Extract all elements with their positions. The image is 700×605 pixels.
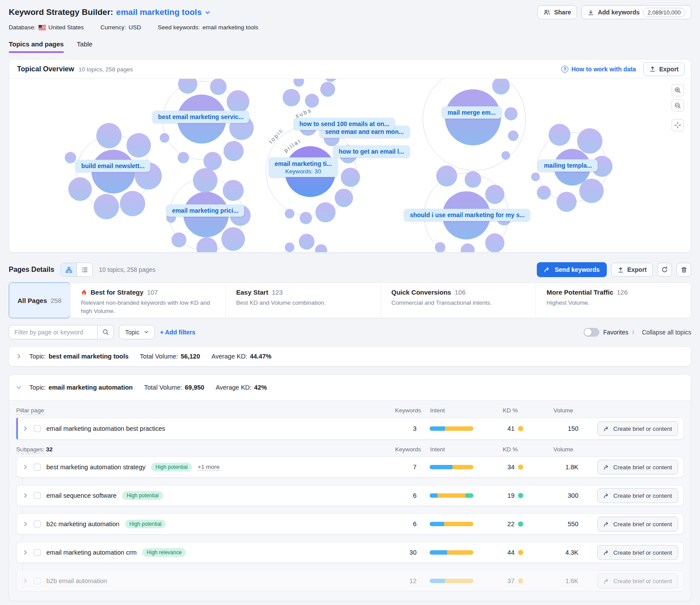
subpage-row[interactable]: best marketing automation strategy High … (16, 457, 684, 478)
tab-table[interactable]: Table (77, 40, 93, 53)
topic-label[interactable]: mail merge em... (442, 106, 501, 119)
row-checkbox[interactable] (34, 549, 41, 556)
average-kd-value: 44.47% (250, 353, 271, 360)
subpage-row[interactable]: email marketing automation crm High rele… (16, 542, 684, 563)
kd-dot (518, 464, 523, 470)
intent-bar (430, 522, 473, 526)
tab-quick-conversions[interactable]: Quick Conversions 106 Commercial and Tra… (381, 283, 536, 318)
subpage-row[interactable]: b2b email automation 12 37 1.6K Create b… (16, 570, 684, 591)
topic-filter-dropdown[interactable]: Topic (119, 325, 155, 339)
topic-header[interactable]: Topic:email marketing automation Total V… (9, 375, 691, 400)
tab-best-for-strategy[interactable]: Best for Strategy 107 Relevant non-brand… (70, 283, 225, 318)
page-name[interactable]: b2c marketing automation (46, 521, 119, 528)
page-name[interactable]: email marketing automation crm (46, 549, 136, 556)
kd-dot (518, 550, 523, 555)
info-icon[interactable]: i (632, 329, 634, 336)
favorites-toggle[interactable] (584, 328, 599, 337)
create-brief-button[interactable]: Create brief or content (597, 545, 678, 560)
bubble (531, 172, 540, 181)
tab-description: Relevant non-branded keywords with low K… (81, 299, 215, 316)
tab-label: Easy Start (236, 288, 268, 296)
chevron-right-icon[interactable] (23, 550, 28, 555)
create-brief-label: Create brief or content (613, 464, 672, 471)
strategy-tabs: All Pages 258 Best for Strategy 107 Rele… (9, 282, 691, 318)
add-keywords-label: Add keywords (598, 9, 640, 16)
chevron-right-icon[interactable] (23, 464, 28, 470)
center-view-button[interactable] (672, 119, 684, 131)
zoom-in-button[interactable] (672, 84, 684, 96)
page-name[interactable]: best marketing automation strategy (46, 464, 145, 471)
collapse-all-topics-link[interactable]: Collapse all topics (642, 329, 691, 336)
topic-row-collapsed[interactable]: Topic:best email marketing tools Total V… (9, 346, 691, 366)
topic-label[interactable]: should i use email marketing for my s... (404, 209, 530, 221)
create-brief-button[interactable]: Create brief or content (597, 488, 678, 503)
share-button[interactable]: Share (537, 5, 577, 19)
tab-more-potential-traffic[interactable]: More Potential Traffic 126 Highest Volum… (536, 283, 691, 318)
send-arrow-icon (603, 464, 610, 471)
row-checkbox[interactable] (34, 492, 41, 499)
subpage-label[interactable]: how to get an email l... (333, 145, 410, 158)
export-icon (617, 267, 624, 273)
kd-value: 37 (505, 577, 514, 584)
subpage-row[interactable]: b2c marketing automation High potential … (16, 514, 684, 535)
bubble (178, 152, 189, 163)
list-icon (81, 267, 88, 273)
subpage-row[interactable]: email sequence software High potential 6… (16, 485, 684, 506)
row-checkbox[interactable] (34, 577, 41, 584)
bubble-map[interactable]: subs topic pillar best email marketing s… (9, 79, 691, 252)
refresh-button[interactable] (657, 263, 672, 277)
column-intent: Intent (420, 446, 494, 453)
bubble (299, 234, 315, 250)
list-view-button[interactable] (77, 263, 92, 276)
send-keywords-button[interactable]: Send keywords (537, 262, 607, 277)
row-checkbox[interactable] (34, 521, 41, 528)
column-keywords: Keywords (395, 446, 420, 453)
project-name[interactable]: email marketing tools (116, 7, 202, 17)
pages-export-button[interactable]: Export (611, 263, 653, 277)
topical-export-button[interactable]: Export (643, 62, 685, 76)
seed-value: email marketing tools (203, 24, 259, 31)
more-badges-link[interactable]: +1 more (198, 464, 220, 471)
chevron-right-icon[interactable] (23, 578, 28, 584)
add-filters-link[interactable]: + Add filters (160, 329, 196, 336)
pillar-page-label: Pillar page (16, 407, 44, 415)
page-name[interactable]: b2b email automation (46, 577, 107, 584)
tree-view-button[interactable] (61, 263, 77, 276)
topic-label[interactable]: best email marketing servic... (152, 111, 249, 123)
pillar-label[interactable]: email marketing ti...Keywords: 30 (269, 158, 338, 177)
tab-count: 107 (147, 288, 158, 296)
create-brief-button[interactable]: Create brief or content (597, 421, 678, 436)
create-brief-button[interactable]: Create brief or content (597, 573, 678, 588)
filter-input[interactable] (9, 325, 97, 339)
pages-details-bar: Pages Details 10 topics, 258 pages Send … (9, 262, 691, 277)
keywords-count: 12 (395, 577, 419, 584)
zoom-out-button[interactable] (672, 99, 684, 112)
row-checkbox[interactable] (34, 464, 41, 471)
bubble (579, 179, 604, 203)
page-name[interactable]: email sequence software (46, 492, 116, 499)
page-name[interactable]: email marketing automation best practice… (46, 425, 165, 432)
create-brief-button[interactable]: Create brief or content (597, 517, 678, 531)
subpage-label[interactable]: how to send 100 emails at on... (294, 118, 395, 130)
create-brief-button[interactable]: Create brief or content (597, 460, 678, 475)
chevron-right-icon[interactable] (16, 354, 21, 359)
topic-label[interactable]: email marketing prici... (166, 204, 244, 217)
how-to-work-with-data-link[interactable]: How to work with data (561, 66, 636, 73)
pillar-page-row[interactable]: email marketing automation best practice… (16, 418, 684, 440)
search-button[interactable] (97, 325, 114, 339)
chevron-right-icon[interactable] (23, 521, 28, 527)
topic-label[interactable]: mailing templa... (538, 159, 598, 172)
export-icon (649, 66, 656, 72)
sitemap-icon (66, 267, 72, 273)
chevron-down-icon[interactable] (205, 10, 210, 15)
chevron-right-icon[interactable] (23, 493, 28, 498)
chevron-right-icon[interactable] (23, 426, 28, 431)
tab-all-pages[interactable]: All Pages 258 (9, 282, 70, 318)
delete-button[interactable] (676, 263, 691, 277)
chevron-down-icon[interactable] (16, 385, 21, 390)
topic-label[interactable]: build email newslett... (76, 160, 150, 172)
tab-easy-start[interactable]: Easy Start 123 Best KD and Volume combin… (225, 283, 381, 318)
tab-topics-and-pages[interactable]: Topics and pages (9, 40, 64, 53)
add-keywords-button[interactable]: Add keywords 2,089/10,000 (581, 5, 691, 19)
row-checkbox[interactable] (34, 425, 41, 432)
